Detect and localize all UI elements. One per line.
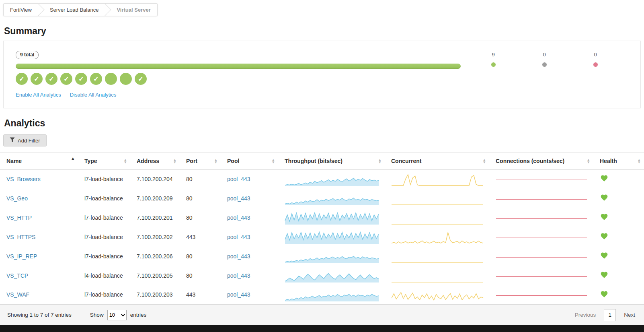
status-dot-icon	[593, 62, 598, 67]
sort-icon[interactable]: ▴▾	[174, 159, 176, 163]
sort-icon[interactable]: ▴▾	[638, 159, 640, 163]
port-cell: 80	[180, 169, 221, 189]
pool-link[interactable]: pool_443	[227, 195, 250, 202]
server-status-check-icon[interactable]: ✓	[16, 73, 28, 85]
pagination-footer: Showing 1 to 7 of 7 entries Show 10 entr…	[0, 305, 644, 325]
column-header-concurrent[interactable]: Concurrent▴▾	[385, 153, 489, 169]
sort-icon[interactable]: ▴▾	[124, 159, 126, 163]
add-filter-button[interactable]: Add Filter	[3, 134, 47, 146]
address-cell: 7.100.200.201	[130, 208, 180, 227]
column-header-health[interactable]: Health▴▾	[593, 153, 644, 169]
concurrent-sparkline	[391, 287, 489, 302]
table-row: VS_Geol7-load-balance7.100.200.20980pool…	[0, 189, 644, 208]
column-label: Address	[137, 158, 159, 164]
status-dot-icon	[491, 62, 496, 67]
next-page-button[interactable]: Next	[624, 312, 635, 318]
pager: Previous 1 Next	[575, 309, 637, 321]
server-status-check-icon[interactable]: ✓	[75, 73, 87, 85]
table-row: VS_WAFl7-load-balance7.100.200.203443poo…	[0, 285, 644, 305]
type-cell: l7-load-balance	[78, 247, 130, 266]
pool-link[interactable]: pool_443	[227, 176, 250, 182]
server-status-check-icon[interactable]	[120, 73, 132, 85]
concurrent-sparkline	[391, 268, 489, 283]
column-label: Pool	[227, 158, 239, 164]
server-status-check-icon[interactable]	[105, 73, 117, 85]
health-heart-icon	[600, 194, 609, 203]
showing-entries-text: Showing 1 to 7 of 7 entries	[7, 312, 72, 318]
page-size-select[interactable]: 10	[107, 310, 127, 320]
virtual-server-link[interactable]: VS_IP_REP	[6, 253, 37, 260]
show-label: Show	[90, 312, 104, 318]
health-heart-icon	[600, 213, 609, 222]
column-header-name[interactable]: Name▴	[0, 153, 78, 169]
concurrent-sparkline	[391, 229, 489, 245]
port-cell: 443	[180, 285, 221, 305]
column-header-address[interactable]: Address▴▾	[130, 153, 180, 169]
status-counter-value: 0	[543, 52, 546, 58]
status-counter-value: 9	[492, 52, 494, 58]
sort-icon[interactable]: ▴▾	[483, 159, 485, 163]
column-header-connections-counts-sec-[interactable]: Connections (counts/sec)▴▾	[489, 153, 593, 169]
pool-link[interactable]: pool_443	[227, 291, 250, 298]
breadcrumb-item-fortiview[interactable]: FortiView	[3, 3, 39, 16]
port-cell: 80	[180, 247, 221, 266]
server-status-check-icon[interactable]: ✓	[90, 73, 102, 85]
previous-page-button[interactable]: Previous	[575, 312, 596, 318]
sort-icon[interactable]: ▴▾	[272, 159, 274, 163]
page-number-button[interactable]: 1	[604, 309, 616, 321]
server-status-check-icon[interactable]: ✓	[60, 73, 72, 85]
concurrent-sparkline	[391, 191, 489, 206]
sort-icon[interactable]: ▴▾	[587, 159, 589, 163]
address-cell: 7.100.200.203	[130, 285, 180, 305]
sort-icon[interactable]: ▴▾	[379, 159, 381, 163]
server-status-check-icon[interactable]: ✓	[31, 73, 43, 85]
column-header-throughput-bits-sec-[interactable]: Throughput (bits/sec)▴▾	[278, 153, 385, 169]
virtual-server-link[interactable]: VS_HTTPS	[6, 234, 35, 240]
connections-sparkline	[496, 210, 593, 225]
breadcrumb-item-server-load-balance[interactable]: Server Load Balance	[39, 3, 105, 16]
address-cell: 7.100.200.206	[130, 247, 180, 266]
bottom-bar	[0, 325, 644, 332]
concurrent-sparkline	[391, 171, 489, 187]
server-status-check-icon[interactable]: ✓	[45, 73, 57, 85]
pool-link[interactable]: pool_443	[227, 214, 250, 221]
type-cell: l7-load-balance	[78, 169, 130, 189]
server-status-check-icon[interactable]: ✓	[135, 73, 147, 85]
throughput-sparkline	[285, 268, 385, 283]
virtual-server-link[interactable]: VS_Browsers	[6, 176, 41, 182]
column-header-pool[interactable]: Pool▴▾	[221, 153, 278, 169]
connections-sparkline	[496, 171, 593, 187]
virtual-server-link[interactable]: VS_HTTP	[6, 214, 32, 221]
column-label: Health	[600, 158, 617, 164]
column-header-type[interactable]: Type▴▾	[78, 153, 130, 169]
table-body: VS_Browsersl7-load-balance7.100.200.2048…	[0, 169, 644, 305]
connections-sparkline	[496, 229, 593, 245]
status-counter: 9	[485, 52, 501, 67]
pool-link[interactable]: pool_443	[227, 253, 250, 260]
health-heart-icon	[600, 271, 609, 280]
virtual-server-link[interactable]: VS_Geo	[6, 195, 28, 202]
throughput-sparkline	[285, 249, 385, 264]
pool-link[interactable]: pool_443	[227, 272, 250, 279]
throughput-sparkline	[285, 287, 385, 302]
throughput-sparkline	[285, 191, 385, 206]
throughput-sparkline	[285, 171, 385, 187]
sort-icon[interactable]: ▴	[72, 156, 74, 160]
add-filter-label: Add Filter	[18, 138, 40, 144]
address-cell: 7.100.200.205	[130, 266, 180, 285]
type-cell: l7-load-balance	[78, 189, 130, 208]
status-counter: 0	[536, 52, 552, 67]
virtual-server-link[interactable]: VS_WAF	[6, 291, 29, 298]
status-counter: 0	[587, 52, 603, 67]
pool-link[interactable]: pool_443	[227, 234, 250, 240]
sort-icon[interactable]: ▴▾	[215, 159, 217, 163]
virtual-server-link[interactable]: VS_TCP	[6, 272, 28, 279]
type-cell: l7-load-balance	[78, 285, 130, 305]
breadcrumb-item-virtual-server[interactable]: Virtual Server	[105, 3, 157, 16]
column-label: Port	[186, 158, 197, 164]
enable-all-analytics-link[interactable]: Enable All Analytics	[16, 92, 61, 98]
type-cell: l7-load-balance	[78, 227, 130, 247]
connections-sparkline	[496, 268, 593, 283]
disable-all-analytics-link[interactable]: Disable All Analytics	[70, 92, 117, 98]
column-header-port[interactable]: Port▴▾	[180, 153, 221, 169]
